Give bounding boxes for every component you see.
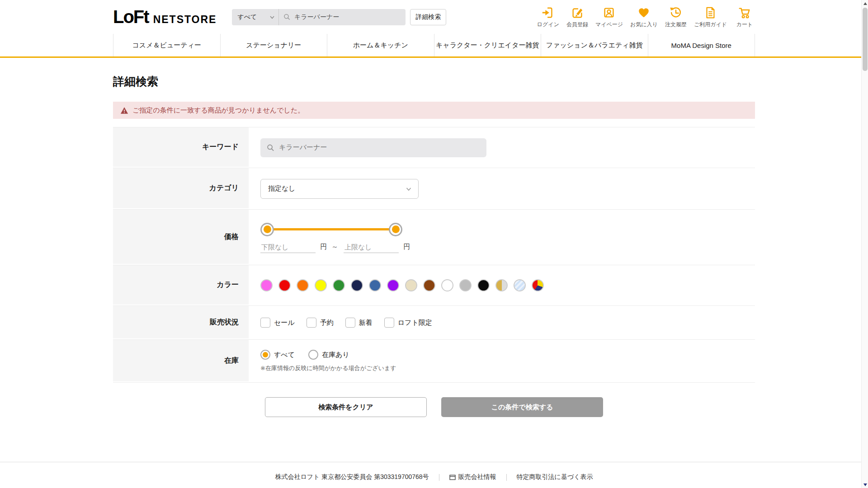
order-history-link[interactable]: 注文履歴	[665, 6, 687, 28]
register-link[interactable]: 会員登録	[566, 6, 588, 28]
warning-icon	[120, 107, 128, 114]
footer-company-text: 株式会社ロフト 東京都公安委員会 第303319700768号	[265, 473, 439, 481]
sale-label: セール	[274, 319, 295, 327]
color-swatch-red[interactable]	[278, 279, 291, 291]
color-swatch-pink[interactable]	[260, 279, 273, 291]
loft-limited-checkbox[interactable]	[384, 318, 394, 328]
color-swatch-beige[interactable]	[405, 279, 417, 291]
color-swatch-brown[interactable]	[423, 279, 435, 291]
search-category-value: すべて	[237, 13, 257, 21]
mypage-label: マイページ	[595, 21, 623, 28]
nav-item-home-kitchen[interactable]: ホーム＆キッチン	[327, 34, 434, 56]
nav-item-stationery[interactable]: ステーショナリー	[220, 34, 327, 56]
header-search-input[interactable]	[294, 14, 401, 21]
scrollbar-down-arrow[interactable]	[862, 481, 868, 488]
reservation-checkbox[interactable]	[307, 318, 316, 328]
color-swatches	[260, 279, 544, 291]
clear-conditions-button[interactable]: 検索条件をクリア	[265, 397, 427, 417]
nav-item-fashion[interactable]: ファッション＆バラエティ雑貨	[541, 34, 648, 56]
stock-all-radio[interactable]	[260, 350, 270, 360]
register-icon	[571, 6, 584, 19]
stock-option-in-stock[interactable]: 在庫あり	[308, 350, 349, 360]
mypage-icon	[602, 6, 616, 19]
scrollbar[interactable]	[861, 0, 868, 488]
keyword-input[interactable]	[279, 144, 480, 151]
mypage-link[interactable]: マイページ	[595, 6, 623, 28]
stock-options: すべて 在庫あり	[260, 350, 349, 360]
footer-link-company-info[interactable]: 販売会社情報	[439, 473, 506, 481]
category-label: カテゴリ	[113, 168, 249, 209]
category-select-value: 指定なし	[268, 184, 296, 193]
new-label: 新着	[359, 319, 373, 327]
status-option-reservation[interactable]: 予約	[307, 318, 334, 328]
color-swatch-yellow[interactable]	[315, 279, 327, 291]
login-icon	[541, 6, 555, 19]
color-swatch-green[interactable]	[333, 279, 345, 291]
stock-in-stock-radio[interactable]	[308, 350, 318, 360]
stock-option-all[interactable]: すべて	[260, 350, 295, 360]
main-content: 詳細検索 ご指定の条件に一致する商品が見つかりませんでした。 キーワード カテゴ…	[113, 74, 755, 417]
price-max-input[interactable]	[344, 241, 399, 253]
site-header: LoFt NETSTORE すべて 詳細検索	[0, 0, 868, 58]
nav-item-character[interactable]: キャラクター・クリエイター雑貨	[434, 34, 541, 56]
header-search-bar: すべて	[232, 9, 406, 25]
price-slider-handle-min[interactable]	[260, 223, 274, 236]
color-swatch-clear[interactable]	[514, 279, 526, 291]
price-slider-track	[267, 228, 396, 230]
login-link[interactable]: ログイン	[537, 6, 559, 28]
scrollbar-up-arrow[interactable]	[862, 0, 868, 7]
order-history-label: 注文履歴	[665, 21, 687, 28]
cart-link[interactable]: カート	[734, 6, 755, 28]
header-search: すべて 詳細検索	[232, 9, 446, 25]
keyword-field	[260, 138, 486, 157]
color-label: カラー	[113, 265, 249, 305]
new-checkbox[interactable]	[345, 318, 355, 328]
scrollbar-thumb[interactable]	[863, 8, 868, 71]
color-swatch-black[interactable]	[477, 279, 490, 291]
color-swatch-navy[interactable]	[351, 279, 363, 291]
footer-link-tokutei[interactable]: 特定商取引法に基づく表示	[507, 473, 603, 481]
status-option-sale[interactable]: セール	[260, 318, 295, 328]
price-label: 価格	[113, 210, 249, 265]
status-option-loft-limited[interactable]: ロフト限定	[384, 318, 432, 328]
keyword-row: キーワード	[113, 127, 755, 168]
color-swatch-orange[interactable]	[297, 279, 309, 291]
color-swatch-gray[interactable]	[459, 279, 472, 291]
no-results-alert: ご指定の条件に一致する商品が見つかりませんでした。	[113, 102, 755, 119]
price-min-input[interactable]	[260, 241, 316, 253]
price-slider-handle-max[interactable]	[389, 223, 402, 236]
color-swatch-multicolor[interactable]	[532, 279, 544, 291]
color-swatch-purple[interactable]	[387, 279, 399, 291]
advanced-search-button[interactable]: 詳細検索	[410, 9, 446, 25]
window-icon	[449, 474, 456, 480]
favorites-link[interactable]: お気に入り	[630, 6, 658, 28]
category-select[interactable]: 指定なし	[260, 179, 419, 199]
reservation-label: 予約	[320, 319, 334, 327]
logo-primary: LoFt	[113, 7, 149, 27]
price-range-slider[interactable]	[260, 222, 402, 237]
color-row: カラー	[113, 265, 755, 306]
order-history-icon	[669, 6, 683, 19]
page-title: 詳細検索	[113, 74, 755, 89]
nav-item-cosme[interactable]: コスメ＆ビューティー	[113, 34, 220, 56]
nav-item-moma[interactable]: MoMA Design Store	[648, 34, 755, 56]
search-icon	[267, 144, 274, 152]
heart-icon	[637, 6, 651, 19]
search-with-conditions-button[interactable]: この条件で検索する	[441, 397, 603, 417]
guide-link[interactable]: ご利用ガイド	[694, 6, 727, 28]
page: LoFt NETSTORE すべて 詳細検索	[0, 0, 868, 488]
alert-message: ご指定の条件に一致する商品が見つかりませんでした。	[132, 106, 304, 115]
color-swatch-blue[interactable]	[369, 279, 381, 291]
chevron-down-icon	[269, 14, 275, 20]
search-category-select[interactable]: すべて	[232, 9, 279, 25]
cart-icon	[738, 6, 751, 19]
sale-checkbox[interactable]	[260, 318, 270, 328]
category-row: カテゴリ 指定なし	[113, 168, 755, 210]
chevron-down-icon	[406, 186, 412, 192]
color-swatch-gold-silver[interactable]	[495, 279, 508, 291]
stock-row: 在庫 すべて 在庫あり ※在庫情	[113, 340, 755, 383]
login-label: ログイン	[537, 21, 559, 28]
color-swatch-white[interactable]	[441, 279, 453, 291]
loft-logo[interactable]: LoFt NETSTORE	[113, 7, 217, 27]
status-option-new[interactable]: 新着	[345, 318, 373, 328]
